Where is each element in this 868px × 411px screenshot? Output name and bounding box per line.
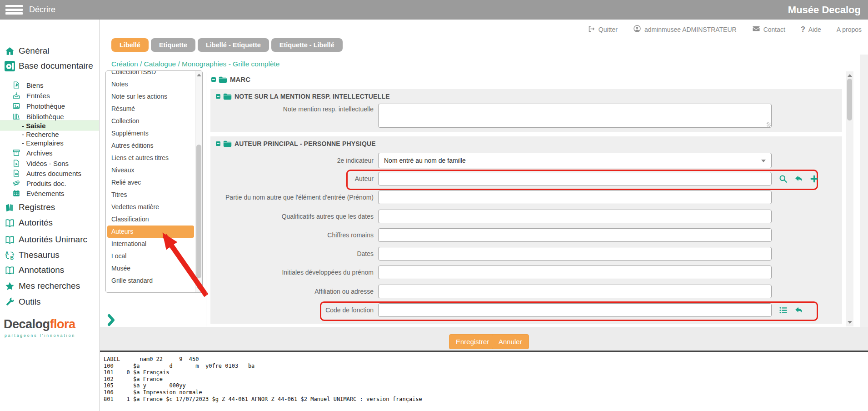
- sidebar-item-biens[interactable]: Biens: [11, 80, 44, 90]
- affiliation-input[interactable]: [378, 285, 772, 298]
- collapse-icon[interactable]: [211, 77, 216, 82]
- scroll-up-icon[interactable]: [848, 74, 852, 77]
- list-item[interactable]: Suppléments: [106, 127, 195, 140]
- tab-etiquette[interactable]: Etiquette: [151, 38, 195, 52]
- about-button[interactable]: A propos: [837, 26, 862, 33]
- list-item[interactable]: Grille standard: [106, 275, 195, 287]
- collapse-icon[interactable]: [216, 94, 220, 99]
- initials-input[interactable]: [378, 266, 772, 279]
- tab-libelle-etiquette[interactable]: Libellé - Etiquette: [198, 38, 269, 52]
- sidebar-item-thesaurus[interactable]: AB Thesaurus: [4, 249, 60, 261]
- list-item[interactable]: Note sur les actions: [106, 90, 195, 103]
- help-button[interactable]: ? Aide: [801, 25, 821, 34]
- add-icon[interactable]: [809, 174, 819, 184]
- sidebar-item-label: Registres: [19, 202, 55, 212]
- sidebar-item-entrees[interactable]: Entrées: [11, 90, 50, 100]
- collapse-icon[interactable]: [216, 141, 220, 146]
- scroll-down-icon[interactable]: [197, 287, 201, 290]
- list-item[interactable]: Résumé: [106, 103, 195, 115]
- list-item[interactable]: Relié avec: [106, 176, 195, 189]
- note-textarea[interactable]: [378, 104, 772, 128]
- function-code-input[interactable]: [378, 303, 772, 317]
- sidebar-item-autorites-unimarc[interactable]: Autorités Unimarc: [4, 234, 87, 246]
- list-item[interactable]: Musée: [106, 262, 195, 275]
- sidebar-item-general[interactable]: Général: [4, 45, 50, 57]
- user-account[interactable]: adminmusee ADMINSTRATEUR: [633, 25, 737, 34]
- contact-button[interactable]: Contact: [752, 25, 785, 34]
- tab-etiquette-libelle[interactable]: Etiquette - Libellé: [271, 38, 343, 52]
- tab-libelle[interactable]: Libellé: [111, 38, 149, 52]
- sidebar-item-phototheque[interactable]: Photothèque: [11, 101, 65, 111]
- star-icon: [4, 281, 16, 291]
- sidebar-item-autres-documents[interactable]: Autres documents: [11, 168, 81, 178]
- sidebar-item-bibliotheque[interactable]: Bibliothèque: [11, 111, 64, 121]
- sidebar-item-label: Archives: [26, 149, 53, 157]
- undo-icon[interactable]: [793, 174, 803, 184]
- sidebar-item-saisie[interactable]: - Saisie: [0, 120, 99, 130]
- sidebar-item-label: Biens: [26, 81, 44, 89]
- author-input[interactable]: [378, 172, 772, 185]
- sidebar-item-produits-doc[interactable]: Produits doc.: [11, 178, 66, 188]
- affiliation-label: Affiliation ou adresse: [210, 288, 374, 295]
- list-item[interactable]: Collection: [106, 115, 195, 127]
- resize-grip-icon[interactable]: [767, 122, 771, 127]
- open-book-icon: [4, 218, 16, 228]
- sidebar-item-autorites[interactable]: Autorités: [4, 217, 53, 229]
- sidebar-item-label: Autorités Unimarc: [19, 235, 87, 245]
- scroll-up-icon[interactable]: [197, 74, 201, 76]
- list-item[interactable]: Vedettes matière: [106, 201, 195, 213]
- section-title: NOTE SUR LA MENTION RESP. INTELLECTUELLE: [234, 93, 390, 100]
- indicator-select[interactable]: Nom entré au nom de famille: [378, 153, 772, 168]
- document-icon: [11, 169, 22, 177]
- hamburger-icon[interactable]: [5, 5, 23, 15]
- sidebar-item-archives[interactable]: Archives: [11, 148, 53, 158]
- list-item[interactable]: Collection ISBD: [106, 70, 195, 78]
- decalog-flora-logo: Decalogflora: [4, 317, 75, 331]
- list-item[interactable]: Local: [106, 250, 195, 262]
- sidebar-item-registres[interactable]: Registres: [4, 201, 55, 213]
- logo-flora: flora: [50, 317, 75, 331]
- section-header-note[interactable]: NOTE SUR LA MENTION RESP. INTELLECTUELLE: [216, 93, 390, 100]
- list-item[interactable]: Titres: [106, 189, 195, 201]
- sidebar-item-label: Outils: [19, 297, 41, 307]
- list-scrollbar-thumb[interactable]: [196, 145, 201, 278]
- sidebar-item-recherche[interactable]: - Recherche: [22, 130, 59, 139]
- list-item-auteurs-selected[interactable]: Auteurs: [107, 226, 194, 238]
- list-scrollbar[interactable]: [195, 71, 202, 292]
- roman-numerals-input[interactable]: [378, 228, 772, 242]
- sidebar-item-outils[interactable]: Outils: [4, 296, 41, 308]
- sidebar-item-annotations[interactable]: Annotations: [4, 264, 64, 276]
- sidebar-item-evenements[interactable]: Evènements: [11, 188, 64, 198]
- list-item[interactable]: Liens et autres titres: [106, 152, 195, 164]
- cancel-button[interactable]: Annuler: [492, 334, 529, 349]
- sidebar-item-exemplaires[interactable]: - Exemplaires: [22, 138, 64, 147]
- section-header-auteur[interactable]: AUTEUR PRINCIPAL - PERSONNE PHYSIQUE: [216, 140, 376, 147]
- quit-icon: [588, 25, 595, 34]
- save-button[interactable]: Enregistrer: [449, 334, 496, 349]
- group-header-marc[interactable]: MARC: [211, 75, 250, 83]
- undo-icon[interactable]: [793, 305, 803, 315]
- expand-chevron-icon[interactable]: [107, 314, 115, 328]
- scroll-down-icon[interactable]: [848, 321, 852, 324]
- sidebar-item-label: Produits doc.: [26, 180, 66, 187]
- dates-input[interactable]: [378, 247, 772, 261]
- list-item[interactable]: Notes: [106, 78, 195, 90]
- sidebar-item-base-documentaire[interactable]: Base documentaire: [4, 60, 93, 72]
- pick-list-icon[interactable]: [778, 305, 788, 315]
- list-item[interactable]: International: [106, 238, 195, 250]
- list-item[interactable]: Autres éditions: [106, 140, 195, 152]
- sidebar-item-videos-sons[interactable]: Vidéos - Sons: [11, 158, 69, 168]
- author-label: Auteur: [210, 175, 374, 182]
- list-item[interactable]: Classification: [106, 213, 195, 226]
- view-tabs: Libellé Etiquette Libellé - Etiquette Et…: [111, 38, 343, 52]
- form-scrollbar-thumb[interactable]: [847, 79, 852, 120]
- name-part-input[interactable]: [378, 190, 772, 204]
- dates-label: Dates: [210, 250, 374, 257]
- page-scrollbar[interactable]: [860, 55, 868, 351]
- quit-button[interactable]: Quitter: [588, 25, 618, 34]
- list-item[interactable]: Niveaux: [106, 164, 195, 176]
- qualifiers-input[interactable]: [378, 210, 772, 223]
- sidebar-item-mes-recherches[interactable]: Mes recherches: [4, 280, 80, 292]
- form-scrollbar[interactable]: [846, 71, 853, 326]
- search-icon[interactable]: [778, 174, 788, 184]
